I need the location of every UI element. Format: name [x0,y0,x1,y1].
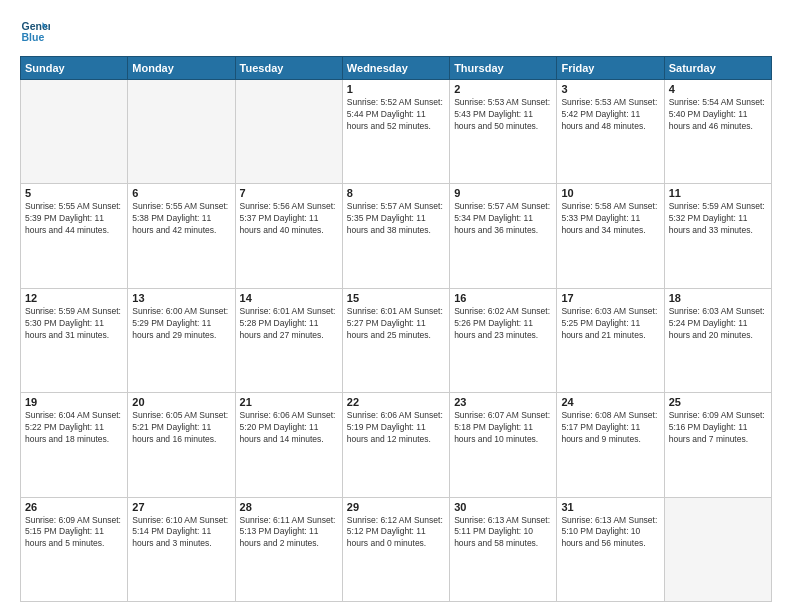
calendar-cell: 11Sunrise: 5:59 AM Sunset: 5:32 PM Dayli… [664,184,771,288]
weekday-header-row: SundayMondayTuesdayWednesdayThursdayFrid… [21,57,772,80]
calendar-cell: 19Sunrise: 6:04 AM Sunset: 5:22 PM Dayli… [21,393,128,497]
day-number: 15 [347,292,445,304]
day-number: 13 [132,292,230,304]
day-number: 22 [347,396,445,408]
day-number: 1 [347,83,445,95]
calendar-cell: 5Sunrise: 5:55 AM Sunset: 5:39 PM Daylig… [21,184,128,288]
day-number: 26 [25,501,123,513]
day-number: 14 [240,292,338,304]
day-number: 5 [25,187,123,199]
calendar-cell: 21Sunrise: 6:06 AM Sunset: 5:20 PM Dayli… [235,393,342,497]
day-info: Sunrise: 5:56 AM Sunset: 5:37 PM Dayligh… [240,201,338,237]
calendar-cell: 29Sunrise: 6:12 AM Sunset: 5:12 PM Dayli… [342,497,449,601]
day-info: Sunrise: 6:12 AM Sunset: 5:12 PM Dayligh… [347,515,445,551]
calendar-cell [128,80,235,184]
day-number: 21 [240,396,338,408]
day-number: 16 [454,292,552,304]
calendar-cell: 9Sunrise: 5:57 AM Sunset: 5:34 PM Daylig… [450,184,557,288]
day-number: 2 [454,83,552,95]
logo-icon: General Blue [20,16,50,46]
calendar-cell: 22Sunrise: 6:06 AM Sunset: 5:19 PM Dayli… [342,393,449,497]
day-number: 24 [561,396,659,408]
calendar-cell: 25Sunrise: 6:09 AM Sunset: 5:16 PM Dayli… [664,393,771,497]
calendar-cell: 18Sunrise: 6:03 AM Sunset: 5:24 PM Dayli… [664,288,771,392]
day-number: 25 [669,396,767,408]
calendar-cell [235,80,342,184]
calendar-cell: 28Sunrise: 6:11 AM Sunset: 5:13 PM Dayli… [235,497,342,601]
week-row-1: 5Sunrise: 5:55 AM Sunset: 5:39 PM Daylig… [21,184,772,288]
week-row-3: 19Sunrise: 6:04 AM Sunset: 5:22 PM Dayli… [21,393,772,497]
calendar-cell: 26Sunrise: 6:09 AM Sunset: 5:15 PM Dayli… [21,497,128,601]
calendar-cell: 16Sunrise: 6:02 AM Sunset: 5:26 PM Dayli… [450,288,557,392]
day-number: 29 [347,501,445,513]
day-number: 10 [561,187,659,199]
weekday-friday: Friday [557,57,664,80]
calendar-cell: 27Sunrise: 6:10 AM Sunset: 5:14 PM Dayli… [128,497,235,601]
day-info: Sunrise: 6:00 AM Sunset: 5:29 PM Dayligh… [132,306,230,342]
day-info: Sunrise: 6:02 AM Sunset: 5:26 PM Dayligh… [454,306,552,342]
day-info: Sunrise: 6:09 AM Sunset: 5:15 PM Dayligh… [25,515,123,551]
calendar-cell: 17Sunrise: 6:03 AM Sunset: 5:25 PM Dayli… [557,288,664,392]
day-info: Sunrise: 6:06 AM Sunset: 5:20 PM Dayligh… [240,410,338,446]
day-number: 18 [669,292,767,304]
day-info: Sunrise: 5:57 AM Sunset: 5:34 PM Dayligh… [454,201,552,237]
day-number: 28 [240,501,338,513]
page: General Blue SundayMondayTuesdayWednesda… [0,0,792,612]
week-row-0: 1Sunrise: 5:52 AM Sunset: 5:44 PM Daylig… [21,80,772,184]
day-number: 27 [132,501,230,513]
day-number: 12 [25,292,123,304]
day-info: Sunrise: 5:57 AM Sunset: 5:35 PM Dayligh… [347,201,445,237]
calendar-cell: 30Sunrise: 6:13 AM Sunset: 5:11 PM Dayli… [450,497,557,601]
day-info: Sunrise: 5:52 AM Sunset: 5:44 PM Dayligh… [347,97,445,133]
day-info: Sunrise: 6:13 AM Sunset: 5:11 PM Dayligh… [454,515,552,551]
day-info: Sunrise: 6:01 AM Sunset: 5:28 PM Dayligh… [240,306,338,342]
day-number: 3 [561,83,659,95]
calendar-cell: 4Sunrise: 5:54 AM Sunset: 5:40 PM Daylig… [664,80,771,184]
day-number: 6 [132,187,230,199]
day-number: 9 [454,187,552,199]
day-info: Sunrise: 6:13 AM Sunset: 5:10 PM Dayligh… [561,515,659,551]
day-info: Sunrise: 5:53 AM Sunset: 5:43 PM Dayligh… [454,97,552,133]
weekday-tuesday: Tuesday [235,57,342,80]
day-info: Sunrise: 6:05 AM Sunset: 5:21 PM Dayligh… [132,410,230,446]
day-info: Sunrise: 5:58 AM Sunset: 5:33 PM Dayligh… [561,201,659,237]
header: General Blue [20,16,772,46]
day-info: Sunrise: 6:11 AM Sunset: 5:13 PM Dayligh… [240,515,338,551]
day-info: Sunrise: 6:06 AM Sunset: 5:19 PM Dayligh… [347,410,445,446]
calendar-cell: 2Sunrise: 5:53 AM Sunset: 5:43 PM Daylig… [450,80,557,184]
weekday-saturday: Saturday [664,57,771,80]
day-number: 8 [347,187,445,199]
day-info: Sunrise: 5:55 AM Sunset: 5:38 PM Dayligh… [132,201,230,237]
calendar-cell: 8Sunrise: 5:57 AM Sunset: 5:35 PM Daylig… [342,184,449,288]
day-info: Sunrise: 6:04 AM Sunset: 5:22 PM Dayligh… [25,410,123,446]
day-info: Sunrise: 6:03 AM Sunset: 5:25 PM Dayligh… [561,306,659,342]
calendar-cell [664,497,771,601]
calendar-cell: 14Sunrise: 6:01 AM Sunset: 5:28 PM Dayli… [235,288,342,392]
calendar-cell: 1Sunrise: 5:52 AM Sunset: 5:44 PM Daylig… [342,80,449,184]
svg-text:Blue: Blue [22,31,45,43]
day-number: 23 [454,396,552,408]
weekday-wednesday: Wednesday [342,57,449,80]
day-info: Sunrise: 6:09 AM Sunset: 5:16 PM Dayligh… [669,410,767,446]
day-info: Sunrise: 6:03 AM Sunset: 5:24 PM Dayligh… [669,306,767,342]
day-info: Sunrise: 5:55 AM Sunset: 5:39 PM Dayligh… [25,201,123,237]
calendar-cell: 31Sunrise: 6:13 AM Sunset: 5:10 PM Dayli… [557,497,664,601]
day-number: 11 [669,187,767,199]
calendar-cell: 20Sunrise: 6:05 AM Sunset: 5:21 PM Dayli… [128,393,235,497]
calendar-cell: 13Sunrise: 6:00 AM Sunset: 5:29 PM Dayli… [128,288,235,392]
day-number: 17 [561,292,659,304]
calendar-cell: 23Sunrise: 6:07 AM Sunset: 5:18 PM Dayli… [450,393,557,497]
calendar-cell: 6Sunrise: 5:55 AM Sunset: 5:38 PM Daylig… [128,184,235,288]
week-row-4: 26Sunrise: 6:09 AM Sunset: 5:15 PM Dayli… [21,497,772,601]
day-number: 4 [669,83,767,95]
weekday-thursday: Thursday [450,57,557,80]
calendar-cell: 24Sunrise: 6:08 AM Sunset: 5:17 PM Dayli… [557,393,664,497]
day-info: Sunrise: 5:59 AM Sunset: 5:32 PM Dayligh… [669,201,767,237]
day-info: Sunrise: 5:54 AM Sunset: 5:40 PM Dayligh… [669,97,767,133]
weekday-monday: Monday [128,57,235,80]
calendar-cell: 12Sunrise: 5:59 AM Sunset: 5:30 PM Dayli… [21,288,128,392]
day-info: Sunrise: 6:07 AM Sunset: 5:18 PM Dayligh… [454,410,552,446]
day-number: 31 [561,501,659,513]
weekday-sunday: Sunday [21,57,128,80]
day-number: 20 [132,396,230,408]
